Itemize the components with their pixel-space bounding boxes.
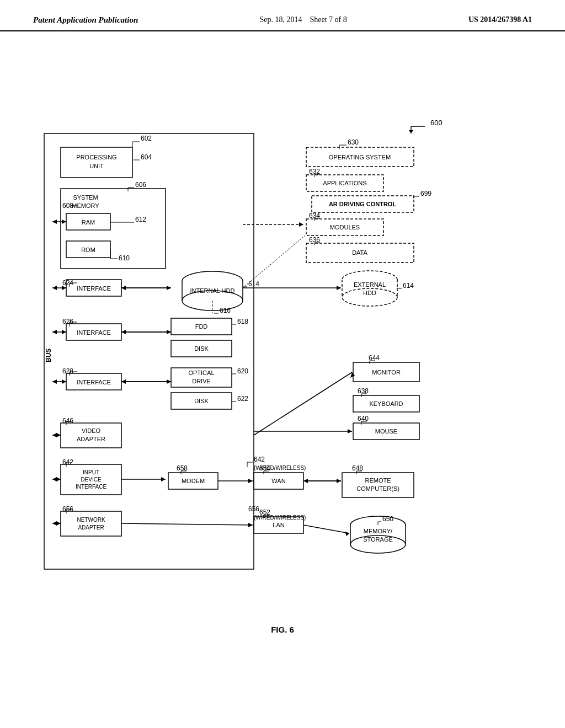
memory-storage-label2: STORAGE [363,536,393,543]
monitor-label: MONITOR [372,369,401,376]
ar-control-label: AR DRIVING CONTROL [329,201,397,207]
ref-606: 606 [135,181,146,189]
fig-caption: FIG. 6 [271,625,294,634]
input-device-label3: INTERFACE [76,484,106,490]
ref-656: 656 [62,505,73,513]
svg-marker-38 [62,330,66,334]
bus-label: BUS [45,349,52,362]
video-adapter-label2: ADAPTER [77,436,105,442]
svg-marker-69 [161,477,166,481]
ref-642-label: 642 [254,456,265,463]
memory-storage-label: MEMORY/ [364,528,393,534]
svg-marker-140 [248,479,253,483]
ref-600: 600 [430,119,443,127]
svg-marker-161 [345,532,349,536]
svg-marker-130 [348,429,352,433]
modem-label: MODEM [182,478,205,484]
svg-marker-49 [62,379,66,384]
ref-650: 650 [382,515,393,523]
remote-computers-label: REMOTE [365,477,391,484]
svg-rect-70 [61,511,121,536]
svg-marker-42 [121,330,126,334]
ref-602: 602 [141,135,152,142]
svg-marker-31 [121,286,126,290]
svg-marker-36 [52,330,57,334]
svg-marker-17 [62,220,66,224]
internal-hdd-label: INTERNAL HDD [190,287,235,294]
remote-computers-label2: COMPUTER(S) [356,485,399,492]
svg-line-160 [303,525,349,533]
external-hdd-label2: HDD [363,290,376,296]
keyboard-label: KEYBOARD [369,400,403,407]
svg-line-121 [254,372,352,435]
ref-646: 646 [62,417,73,425]
system-memory-label: SYSTEM [73,194,98,201]
ref-616: 616 [220,307,231,314]
ram-label: RAM [82,219,95,226]
page-header: Patent Application Publication Sep. 18, … [0,0,565,31]
network-adapter-label2: ADAPTER [78,524,104,531]
input-device-label: INPUT [83,469,99,475]
svg-marker-76 [56,521,61,526]
svg-marker-152 [248,523,253,527]
ref-630: 630 [348,138,359,146]
disk1-label: DISK [194,345,209,352]
svg-marker-108 [299,222,303,227]
svg-marker-25 [52,286,57,290]
ref-622: 622 [237,395,248,403]
ref-620: 620 [237,367,248,375]
lan-label: LAN [273,522,284,528]
svg-marker-67 [56,477,61,481]
ref-612: 612 [135,216,146,223]
svg-marker-58 [52,433,57,437]
svg-marker-74 [52,521,57,526]
ref-642: 642 [62,458,73,466]
optical-drive-label2: DRIVE [192,378,211,384]
svg-marker-2 [409,130,413,133]
ref-614b: 614 [403,282,414,290]
video-adapter-label: VIDEO [82,427,101,434]
svg-marker-65 [52,477,57,481]
rom-label: ROM [81,247,95,253]
diagram-area: 600 BUS 602 PROCESSING UNIT 604 606 SYST… [0,31,565,666]
ref-699: 699 [420,190,431,197]
os-label: OPERATING SYSTEM [329,154,391,160]
svg-line-151 [121,523,253,525]
svg-marker-15 [52,220,57,224]
svg-marker-147 [303,479,308,483]
ref-618: 618 [237,318,248,325]
optical-drive-label: OPTICAL [188,370,214,376]
svg-marker-47 [52,379,57,384]
input-device-label2: DEVICE [81,477,102,483]
svg-marker-53 [121,379,126,384]
interface3-label: INTERFACE [77,379,111,386]
data-label: DATA [352,249,367,256]
ref-614a: 614 [248,280,259,288]
wan-label: WAN [271,478,285,484]
processing-unit-label2: UNIT [89,163,104,169]
header-center: Sep. 18, 2014 Sheet 7 of 8 [259,15,347,24]
ref-610: 610 [119,254,130,262]
external-hdd-label: EXTERNAL [354,281,386,288]
ref-626: 626 [62,318,73,325]
ref-628: 628 [62,367,73,375]
modules-label: MODULES [330,224,360,231]
header-right: US 2014/267398 A1 [468,15,532,24]
processing-unit-label: PROCESSING [76,154,116,160]
svg-marker-117 [337,286,341,290]
mouse-label: MOUSE [375,428,397,435]
network-adapter-label: NETWORK [77,517,105,523]
ref-604: 604 [141,153,152,161]
applications-label: APPLICATIONS [323,180,366,186]
interface2-label: INTERFACE [77,329,111,336]
ref-656-label: 656 [248,505,259,513]
disk2-label: DISK [194,398,209,404]
interface1-label: INTERFACE [77,285,111,292]
svg-line-162 [243,235,305,288]
fdd-label: FDD [195,323,208,330]
header-left: Patent Application Publication [33,15,138,25]
svg-marker-60 [56,433,61,437]
